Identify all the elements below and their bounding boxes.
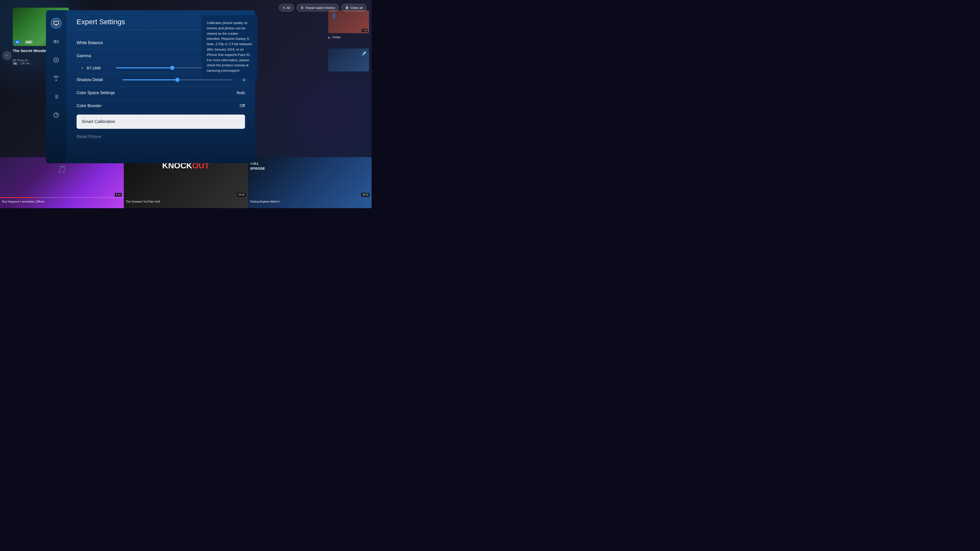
settings-icon-bar — [46, 10, 66, 163]
bottom-thumb-2[interactable]: KNOCKOUT 59:56 The Greatest YouTube Golf — [124, 157, 248, 208]
shadow-detail-slider-fill — [123, 79, 177, 80]
color-space-value: Auto — [237, 91, 245, 95]
right-thumb-2[interactable]: ✈️ — [328, 48, 369, 71]
pause-history-label: Pause watch history — [305, 6, 335, 10]
right-thumb-title-1: g - Thriller — [328, 36, 369, 39]
bt1886-bullet: ● — [82, 67, 83, 69]
thumb1-progress-bar — [0, 197, 124, 198]
svg-rect-0 — [54, 21, 59, 24]
filter-icon: ≡ — [283, 6, 285, 10]
thumb1-title: Roy Hargrove I remember Clifford — [2, 200, 122, 203]
smart-calibration-label: Smart Calibration — [82, 119, 115, 124]
right-thumbnails: 👤 7:28 g - Thriller ✈️ — [326, 10, 372, 74]
bottom-thumb-1[interactable]: 🎵 5:11 Roy Hargrove I remember Clifford — [0, 157, 124, 208]
badge-hdr: HDR — [25, 40, 33, 44]
sound-settings-icon[interactable] — [51, 36, 62, 47]
right-thumb-duration-1: 7:28 — [362, 29, 368, 32]
shadow-detail-slider-container — [123, 79, 232, 80]
badge-8k: 8K — [15, 40, 21, 44]
svg-point-5 — [56, 80, 57, 81]
bt1886-slider-thumb[interactable] — [170, 66, 174, 70]
bt1886-slider-fill — [116, 67, 172, 68]
back-button[interactable]: ← — [3, 51, 12, 60]
gamepad-settings-icon[interactable] — [51, 55, 62, 65]
info-text: Calibrates picture quality so movies and… — [207, 21, 253, 73]
color-booster-label: Color Booster — [76, 103, 102, 108]
all-label: All — [286, 6, 290, 10]
settings-row-smart-calibration[interactable]: Smart Calibration — [76, 114, 245, 129]
thumb1-progress-fill — [0, 197, 37, 198]
reset-picture-label: Reset Picture — [76, 135, 101, 139]
settings-row-reset-picture[interactable]: Reset Picture — [76, 131, 245, 143]
bt1886-label: BT.1886 — [87, 66, 107, 70]
video-badge-8k: 8K — [13, 62, 18, 65]
shadow-detail-label: Shadow Detail — [76, 78, 118, 82]
bottom-thumbnails: 🎵 5:11 Roy Hargrove I remember Clifford … — [0, 157, 372, 208]
bottom-thumb-3[interactable]: FULLEPISODE 48:50 Testing Airplane Myths… — [248, 157, 372, 208]
help-settings-icon[interactable] — [51, 110, 62, 121]
main-video-meta: 8K Prism Dr... 8K 1.5K vie... — [13, 59, 32, 65]
pause-icon: ⏸ — [301, 6, 304, 10]
thumb3-duration: 48:50 — [361, 193, 369, 197]
all-filter-button[interactable]: ≡ All — [279, 4, 294, 11]
white-balance-label: White Balance — [76, 41, 103, 45]
clear-all-label: Clear all — [350, 6, 363, 10]
pause-history-button[interactable]: ⏸ Pause watch history — [297, 4, 339, 11]
settings-row-color-booster[interactable]: Color Booster Off — [76, 100, 245, 113]
back-icon: ← — [5, 53, 9, 58]
settings-row-color-space[interactable]: Color Space Settings Auto — [76, 86, 245, 100]
list-settings-icon[interactable] — [51, 91, 62, 102]
shadow-detail-slider-thumb[interactable] — [175, 78, 180, 82]
clear-all-button[interactable]: 🗑 Clear all — [342, 4, 366, 11]
remote-settings-icon[interactable] — [51, 73, 62, 84]
gamma-label: Gamma — [76, 54, 91, 58]
thumb3-title: Testing Airplane Myths! | — [250, 200, 369, 203]
thumb2-duration: 59:56 — [237, 193, 246, 197]
picture-settings-icon[interactable] — [51, 18, 62, 29]
shadow-detail-slider-track[interactable] — [123, 79, 232, 80]
svg-marker-1 — [54, 40, 56, 43]
info-panel: Calibrates picture quality so movies and… — [202, 15, 258, 79]
thumb2-title: The Greatest YouTube Golf — [126, 200, 245, 203]
color-booster-value: Off — [240, 103, 245, 108]
thumb1-duration: 5:11 — [115, 193, 122, 197]
color-space-label: Color Space Settings — [76, 91, 115, 95]
trash-icon: 🗑 — [345, 6, 349, 10]
